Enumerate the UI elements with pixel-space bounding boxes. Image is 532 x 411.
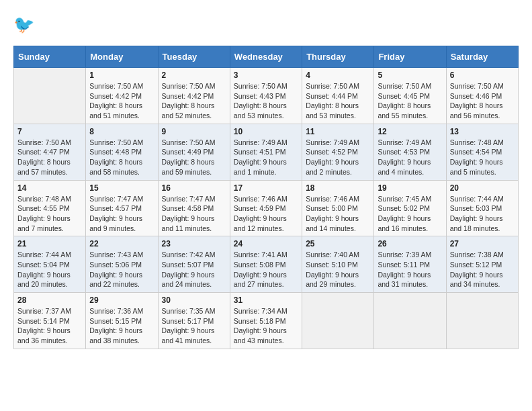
day-info: Sunrise: 7:49 AM Sunset: 4:52 PM Dayligh… (306, 138, 370, 177)
day-number: 5 (378, 71, 442, 80)
day-number: 23 (162, 239, 226, 248)
calendar-cell: 12Sunrise: 7:49 AM Sunset: 4:53 PM Dayli… (374, 124, 446, 180)
calendar-cell: 27Sunrise: 7:38 AM Sunset: 5:12 PM Dayli… (446, 236, 518, 293)
day-number: 25 (306, 239, 370, 248)
day-info: Sunrise: 7:47 AM Sunset: 4:58 PM Dayligh… (162, 194, 226, 234)
day-info: Sunrise: 7:50 AM Sunset: 4:47 PM Dayligh… (17, 138, 82, 177)
day-info: Sunrise: 7:42 AM Sunset: 5:07 PM Dayligh… (162, 250, 226, 289)
day-info: Sunrise: 7:48 AM Sunset: 4:55 PM Dayligh… (17, 194, 82, 234)
day-info: Sunrise: 7:50 AM Sunset: 4:42 PM Dayligh… (162, 81, 226, 121)
day-info: Sunrise: 7:48 AM Sunset: 4:54 PM Dayligh… (450, 138, 515, 177)
calendar-week-2: 7Sunrise: 7:50 AM Sunset: 4:47 PM Daylig… (14, 124, 519, 180)
day-info: Sunrise: 7:50 AM Sunset: 4:49 PM Dayligh… (162, 138, 226, 177)
day-number: 31 (234, 295, 298, 305)
calendar-cell (374, 293, 446, 349)
day-number: 12 (378, 127, 442, 136)
day-number: 2 (162, 71, 226, 80)
calendar-header-row: SundayMondayTuesdayWednesdayThursdayFrid… (14, 46, 519, 68)
day-number: 22 (89, 239, 154, 248)
day-info: Sunrise: 7:50 AM Sunset: 4:44 PM Dayligh… (306, 81, 370, 121)
day-info: Sunrise: 7:46 AM Sunset: 5:00 PM Dayligh… (306, 194, 370, 234)
calendar-cell: 28Sunrise: 7:37 AM Sunset: 5:14 PM Dayli… (14, 293, 86, 349)
calendar-cell: 2Sunrise: 7:50 AM Sunset: 4:42 PM Daylig… (158, 68, 230, 124)
logo-icon: 🐦 (13, 13, 38, 38)
day-number: 29 (89, 295, 154, 305)
day-number: 30 (162, 295, 226, 305)
day-info: Sunrise: 7:50 AM Sunset: 4:43 PM Dayligh… (234, 81, 298, 121)
day-header-saturday: Saturday (446, 46, 518, 68)
day-number: 14 (17, 183, 82, 193)
calendar-cell: 11Sunrise: 7:49 AM Sunset: 4:52 PM Dayli… (302, 124, 374, 180)
calendar-cell: 17Sunrise: 7:46 AM Sunset: 4:59 PM Dayli… (230, 180, 302, 236)
calendar-cell: 3Sunrise: 7:50 AM Sunset: 4:43 PM Daylig… (230, 68, 302, 124)
day-number: 16 (162, 183, 226, 193)
day-header-sunday: Sunday (14, 46, 86, 68)
calendar-cell: 1Sunrise: 7:50 AM Sunset: 4:42 PM Daylig… (86, 68, 158, 124)
calendar-cell (14, 68, 86, 124)
day-info: Sunrise: 7:49 AM Sunset: 4:53 PM Dayligh… (378, 138, 442, 177)
calendar-cell: 30Sunrise: 7:35 AM Sunset: 5:17 PM Dayli… (158, 293, 230, 349)
calendar-week-5: 28Sunrise: 7:37 AM Sunset: 5:14 PM Dayli… (14, 293, 519, 349)
day-number: 6 (450, 71, 515, 80)
calendar-cell: 24Sunrise: 7:41 AM Sunset: 5:08 PM Dayli… (230, 236, 302, 293)
day-info: Sunrise: 7:49 AM Sunset: 4:51 PM Dayligh… (234, 138, 298, 177)
day-number: 9 (162, 127, 226, 136)
day-number: 7 (17, 127, 82, 136)
day-number: 15 (89, 183, 154, 193)
day-number: 18 (306, 183, 370, 193)
calendar-cell: 8Sunrise: 7:50 AM Sunset: 4:48 PM Daylig… (86, 124, 158, 180)
day-info: Sunrise: 7:43 AM Sunset: 5:06 PM Dayligh… (89, 250, 154, 289)
day-info: Sunrise: 7:50 AM Sunset: 4:48 PM Dayligh… (89, 138, 154, 177)
calendar-cell: 9Sunrise: 7:50 AM Sunset: 4:49 PM Daylig… (158, 124, 230, 180)
calendar-week-1: 1Sunrise: 7:50 AM Sunset: 4:42 PM Daylig… (14, 68, 519, 124)
day-number: 11 (306, 127, 370, 136)
day-info: Sunrise: 7:50 AM Sunset: 4:45 PM Dayligh… (378, 81, 442, 121)
day-number: 24 (234, 239, 298, 248)
calendar-cell: 6Sunrise: 7:50 AM Sunset: 4:46 PM Daylig… (446, 68, 518, 124)
day-info: Sunrise: 7:36 AM Sunset: 5:15 PM Dayligh… (89, 306, 154, 346)
calendar-cell: 19Sunrise: 7:45 AM Sunset: 5:02 PM Dayli… (374, 180, 446, 236)
calendar-cell: 26Sunrise: 7:39 AM Sunset: 5:11 PM Dayli… (374, 236, 446, 293)
calendar-cell: 29Sunrise: 7:36 AM Sunset: 5:15 PM Dayli… (86, 293, 158, 349)
day-number: 4 (306, 71, 370, 80)
day-number: 3 (234, 71, 298, 80)
day-number: 28 (17, 295, 82, 305)
day-info: Sunrise: 7:46 AM Sunset: 4:59 PM Dayligh… (234, 194, 298, 234)
calendar-cell: 14Sunrise: 7:48 AM Sunset: 4:55 PM Dayli… (14, 180, 86, 236)
day-number: 26 (378, 239, 442, 248)
day-number: 20 (450, 183, 515, 193)
day-number: 21 (17, 239, 82, 248)
calendar-cell: 7Sunrise: 7:50 AM Sunset: 4:47 PM Daylig… (14, 124, 86, 180)
day-info: Sunrise: 7:40 AM Sunset: 5:10 PM Dayligh… (306, 250, 370, 289)
day-number: 1 (89, 71, 154, 80)
calendar-cell: 20Sunrise: 7:44 AM Sunset: 5:03 PM Dayli… (446, 180, 518, 236)
calendar-cell: 22Sunrise: 7:43 AM Sunset: 5:06 PM Dayli… (86, 236, 158, 293)
day-header-thursday: Thursday (302, 46, 374, 68)
day-info: Sunrise: 7:41 AM Sunset: 5:08 PM Dayligh… (234, 250, 298, 289)
day-info: Sunrise: 7:34 AM Sunset: 5:18 PM Dayligh… (234, 306, 298, 346)
day-info: Sunrise: 7:47 AM Sunset: 4:57 PM Dayligh… (89, 194, 154, 234)
calendar-cell: 18Sunrise: 7:46 AM Sunset: 5:00 PM Dayli… (302, 180, 374, 236)
day-info: Sunrise: 7:37 AM Sunset: 5:14 PM Dayligh… (17, 306, 82, 346)
calendar-week-3: 14Sunrise: 7:48 AM Sunset: 4:55 PM Dayli… (14, 180, 519, 236)
day-number: 13 (450, 127, 515, 136)
calendar-cell (302, 293, 374, 349)
day-info: Sunrise: 7:39 AM Sunset: 5:11 PM Dayligh… (378, 250, 442, 289)
calendar-cell: 23Sunrise: 7:42 AM Sunset: 5:07 PM Dayli… (158, 236, 230, 293)
day-info: Sunrise: 7:50 AM Sunset: 4:46 PM Dayligh… (450, 81, 515, 121)
day-header-monday: Monday (86, 46, 158, 68)
calendar-week-4: 21Sunrise: 7:44 AM Sunset: 5:04 PM Dayli… (14, 236, 519, 293)
svg-text:🐦: 🐦 (13, 14, 35, 35)
calendar-cell: 4Sunrise: 7:50 AM Sunset: 4:44 PM Daylig… (302, 68, 374, 124)
calendar-cell: 21Sunrise: 7:44 AM Sunset: 5:04 PM Dayli… (14, 236, 86, 293)
calendar-cell: 16Sunrise: 7:47 AM Sunset: 4:58 PM Dayli… (158, 180, 230, 236)
calendar-cell: 10Sunrise: 7:49 AM Sunset: 4:51 PM Dayli… (230, 124, 302, 180)
calendar-cell: 15Sunrise: 7:47 AM Sunset: 4:57 PM Dayli… (86, 180, 158, 236)
day-header-friday: Friday (374, 46, 446, 68)
calendar-cell: 31Sunrise: 7:34 AM Sunset: 5:18 PM Dayli… (230, 293, 302, 349)
day-info: Sunrise: 7:45 AM Sunset: 5:02 PM Dayligh… (378, 194, 442, 234)
day-header-tuesday: Tuesday (158, 46, 230, 68)
logo: 🐦 (13, 13, 40, 38)
day-number: 27 (450, 239, 515, 248)
calendar-cell (446, 293, 518, 349)
